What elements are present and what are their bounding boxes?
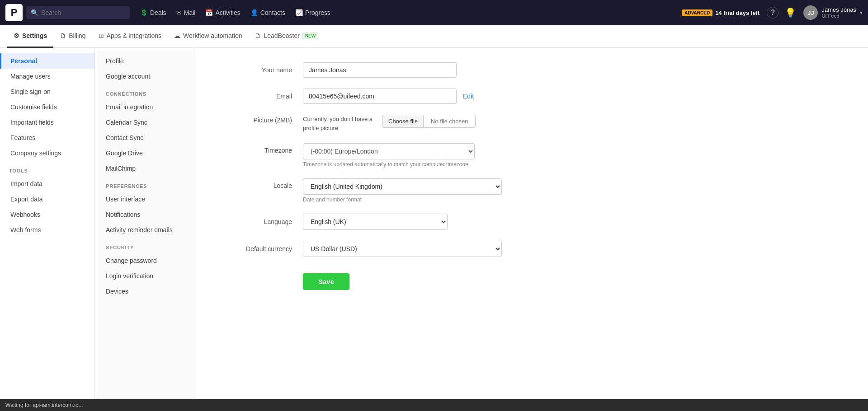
sidebar-item-important-fields[interactable]: Important fields: [0, 115, 94, 130]
trial-badge: ADVANCED: [682, 9, 712, 16]
sidebar-item-web-forms[interactable]: Web forms: [0, 222, 94, 238]
sidebar-item-personal[interactable]: Personal: [0, 53, 94, 69]
form-row-locale: Locale English (United Kingdom) Date and…: [222, 178, 841, 203]
middle-item-email-integration[interactable]: Email integration: [95, 99, 194, 115]
chevron-down-icon: ▾: [860, 9, 863, 16]
sidebar-item-features[interactable]: Features: [0, 130, 94, 145]
leadbooster-icon: 🗋: [255, 32, 261, 39]
middle-item-devices[interactable]: Devices: [95, 284, 194, 299]
sidebar-item-single-sign-on[interactable]: Single sign-on: [0, 84, 94, 99]
avatar: JJ: [803, 5, 818, 20]
tab-settings[interactable]: ⚙ Settings: [7, 25, 53, 48]
tools-section-label: TOOLS: [0, 161, 94, 176]
language-select[interactable]: English (UK): [303, 214, 448, 230]
connections-section-label: CONNECTIONS: [95, 84, 194, 99]
middle-item-contact-sync[interactable]: Contact Sync: [95, 130, 194, 145]
bulb-icon[interactable]: 💡: [781, 5, 800, 20]
content-area: Your name Email Edit Picture (2MB) Curre…: [194, 48, 868, 411]
sidebar-item-export-data[interactable]: Export data: [0, 191, 94, 207]
middle-sidebar: Profile Google account CONNECTIONS Email…: [95, 48, 194, 411]
email-input[interactable]: [303, 89, 457, 104]
user-name: James Jonas: [821, 6, 856, 14]
new-badge: NEW: [302, 33, 318, 39]
mail-icon: ✉: [176, 9, 182, 16]
form-row-name: Your name: [222, 62, 841, 78]
user-subtitle: UI Feed: [821, 13, 856, 19]
sidebar-item-manage-users[interactable]: Manage users: [0, 69, 94, 84]
user-section[interactable]: JJ James Jonas UI Feed ▾: [803, 5, 863, 20]
middle-item-google-account[interactable]: Google account: [95, 69, 194, 84]
apps-icon: ⊞: [99, 32, 104, 39]
tab-workflow[interactable]: ☁ Workflow automation: [168, 25, 248, 48]
sub-nav: ⚙ Settings 🗋 Billing ⊞ Apps & integratio…: [0, 25, 868, 48]
middle-item-mailchimp[interactable]: MailChimp: [95, 161, 194, 176]
logo: P: [5, 4, 23, 21]
locale-select[interactable]: English (United Kingdom): [303, 178, 502, 195]
security-section-label: SECURITY: [95, 238, 194, 253]
currency-select[interactable]: US Dollar (USD): [303, 241, 502, 257]
middle-item-profile[interactable]: Profile: [95, 53, 194, 69]
form-row-language: Language English (UK): [222, 214, 841, 230]
sidebar-item-company-settings[interactable]: Company settings: [0, 145, 94, 161]
middle-item-notifications[interactable]: Notifications: [95, 207, 194, 222]
tab-apps[interactable]: ⊞ Apps & integrations: [92, 25, 168, 48]
currency-label: Default currency: [222, 245, 303, 252]
edit-email-link[interactable]: Edit: [463, 93, 474, 100]
contacts-icon: 👤: [250, 9, 258, 16]
picture-description: Currently, you don't have a profile pict…: [303, 115, 375, 132]
status-text: Waiting for api-iam.intercom.io...: [5, 402, 83, 408]
timezone-hint: Timezone is updated automatically to mat…: [303, 161, 475, 168]
nav-contacts[interactable]: 👤 Contacts: [246, 6, 290, 19]
search-box[interactable]: 🔍: [26, 6, 130, 19]
middle-item-calendar-sync[interactable]: Calendar Sync: [95, 115, 194, 130]
form-row-save: Save: [222, 273, 841, 290]
middle-item-login-verification[interactable]: Login verification: [95, 268, 194, 284]
your-name-input[interactable]: [303, 62, 457, 78]
deals-icon: 💲: [140, 9, 148, 16]
tab-billing[interactable]: 🗋 Billing: [53, 25, 92, 48]
search-input[interactable]: [41, 9, 126, 16]
status-bar: Waiting for api-iam.intercom.io...: [0, 399, 868, 411]
no-file-chosen-text: No file chosen: [423, 115, 476, 128]
language-label: Language: [222, 218, 303, 225]
middle-item-user-interface[interactable]: User interface: [95, 191, 194, 207]
activities-icon: 📅: [205, 9, 213, 16]
left-sidebar: Personal Manage users Single sign-on Cus…: [0, 48, 95, 411]
form-row-currency: Default currency US Dollar (USD): [222, 241, 841, 257]
search-icon: 🔍: [31, 9, 38, 16]
main-layout: Personal Manage users Single sign-on Cus…: [0, 48, 868, 411]
trial-text: 14 trial days left: [715, 9, 760, 16]
workflow-icon: ☁: [174, 32, 180, 39]
sidebar-item-webhooks[interactable]: Webhooks: [0, 207, 94, 222]
sidebar-item-import-data[interactable]: Import data: [0, 176, 94, 191]
progress-icon: 📈: [295, 9, 303, 16]
locale-label: Locale: [222, 178, 303, 189]
picture-label: Picture (2MB): [222, 115, 303, 124]
timezone-label: Timezone: [222, 143, 303, 154]
preferences-section-label: PREFERENCES: [95, 176, 194, 191]
tab-leadbooster[interactable]: 🗋 LeadBooster NEW: [248, 25, 325, 48]
locale-hint: Date and number format: [303, 196, 502, 203]
save-button[interactable]: Save: [303, 273, 349, 290]
billing-icon: 🗋: [60, 32, 66, 39]
help-icon[interactable]: ?: [767, 7, 778, 19]
nav-mail[interactable]: ✉ Mail: [172, 6, 200, 19]
timezone-select[interactable]: (-00:00) Europe/London: [303, 143, 475, 159]
middle-item-activity-reminder-emails[interactable]: Activity reminder emails: [95, 222, 194, 238]
nav-deals[interactable]: 💲 Deals: [136, 6, 171, 19]
form-row-picture: Picture (2MB) Currently, you don't have …: [222, 115, 841, 132]
choose-file-button[interactable]: Choose file: [382, 115, 423, 128]
nav-activities[interactable]: 📅 Activities: [201, 6, 245, 19]
settings-icon: ⚙: [14, 32, 19, 39]
file-chooser: Choose file No file chosen: [382, 115, 476, 128]
sidebar-item-customise-fields[interactable]: Customise fields: [0, 99, 94, 115]
nav-progress[interactable]: 📈 Progress: [291, 6, 335, 19]
top-nav: P 🔍 💲 Deals ✉ Mail 📅 Activities 👤 Contac…: [0, 0, 868, 25]
form-row-timezone: Timezone (-00:00) Europe/London Timezone…: [222, 143, 841, 168]
your-name-label: Your name: [222, 66, 303, 74]
middle-item-change-password[interactable]: Change password: [95, 253, 194, 268]
form-row-email: Email Edit: [222, 89, 841, 104]
middle-item-google-drive[interactable]: Google Drive: [95, 145, 194, 161]
email-label: Email: [222, 93, 303, 100]
